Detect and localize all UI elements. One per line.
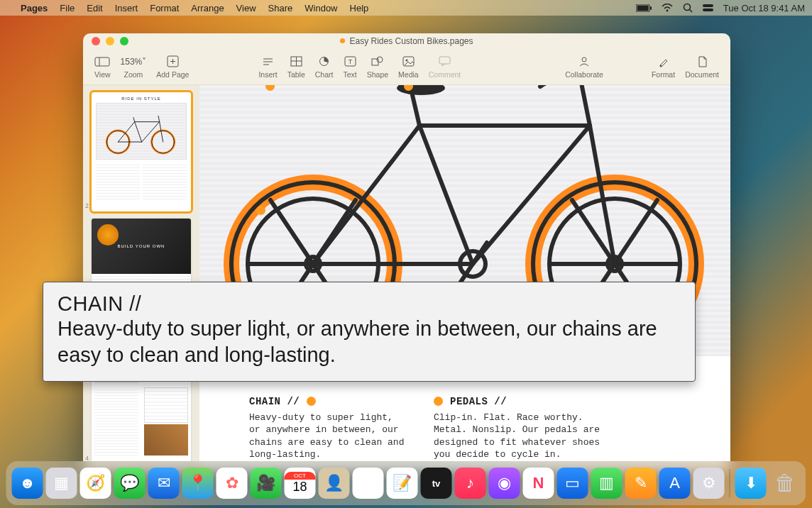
app-menu[interactable]: Pages: [21, 3, 48, 13]
dock-numbers[interactable]: ▥: [591, 468, 622, 499]
dock-reminders[interactable]: ☰: [353, 468, 384, 499]
menu-insert[interactable]: Insert: [115, 3, 138, 13]
dock-appstore[interactable]: A: [659, 468, 691, 499]
document-icon: [698, 55, 707, 68]
chart-button[interactable]: Chart: [315, 55, 334, 79]
comment-icon: [439, 55, 451, 68]
page-number: 2: [85, 202, 89, 209]
marker-icon: [434, 397, 443, 406]
svg-line-64: [419, 126, 473, 264]
menu-window[interactable]: Window: [304, 3, 337, 13]
chain-section[interactable]: CHAIN // Heavy-duty to super light, or a…: [249, 396, 409, 461]
battery-icon[interactable]: [636, 4, 652, 12]
svg-point-27: [582, 57, 586, 62]
dock-podcasts[interactable]: ◉: [489, 468, 520, 499]
svg-rect-2: [650, 6, 652, 10]
view-button[interactable]: View: [94, 55, 111, 79]
svg-text:T: T: [348, 58, 352, 65]
titlebar[interactable]: Easy Rides Custom Bikes.pages: [83, 33, 730, 49]
media-icon: [402, 55, 415, 68]
media-button[interactable]: Media: [398, 55, 419, 79]
svg-line-39: [158, 116, 160, 121]
menubar: Pages File Edit Insert Format Arrange Vi…: [0, 0, 812, 16]
brush-icon: [658, 55, 669, 68]
dock-pages[interactable]: ✎: [625, 468, 657, 499]
dock: ☻▦🧭💬✉📍✿🎥OCT18👤☰📝tv♪◉N▭▥✎A⚙⬇🗑: [6, 461, 806, 505]
dock-safari[interactable]: 🧭: [80, 468, 111, 499]
svg-point-4: [684, 4, 690, 11]
spotlight-icon[interactable]: [683, 3, 693, 13]
svg-line-47: [270, 200, 313, 264]
menu-edit[interactable]: Edit: [87, 3, 102, 13]
page-thumbnails[interactable]: RIDE IN STYLE 2: [83, 85, 199, 470]
wifi-icon[interactable]: [662, 4, 673, 12]
svg-point-23: [377, 57, 383, 62]
table-button[interactable]: Table: [287, 55, 305, 79]
insert-icon: [262, 55, 274, 68]
dock-mail[interactable]: ✉: [148, 468, 180, 499]
thumbnail-page-2[interactable]: RIDE IN STYLE 2: [92, 92, 191, 211]
hover-text-body: Heavy-duty to super light, or anywhere i…: [57, 316, 681, 368]
svg-line-40: [133, 118, 135, 122]
chain-heading: CHAIN //: [249, 396, 300, 407]
collaborate-button[interactable]: Collaborate: [565, 55, 603, 79]
thumb-header: RIDE IN STYLE: [92, 96, 191, 101]
svg-line-5: [689, 10, 692, 13]
pedals-heading: PEDALS //: [450, 396, 507, 407]
dock-keynote[interactable]: ▭: [557, 468, 588, 499]
dock-facetime[interactable]: 🎥: [251, 468, 282, 499]
control-center-icon[interactable]: [703, 4, 713, 12]
dock-downloads[interactable]: ⬇: [735, 468, 767, 499]
dock-finder[interactable]: ☻: [12, 468, 43, 499]
svg-line-66: [412, 95, 419, 126]
dock-maps[interactable]: 📍: [182, 468, 214, 499]
svg-line-65: [581, 85, 590, 126]
dock-photos[interactable]: ✿: [216, 468, 248, 499]
svg-rect-22: [372, 59, 378, 65]
add-page-button[interactable]: Add Page: [156, 55, 189, 79]
svg-rect-8: [95, 57, 109, 66]
dock-music[interactable]: ♪: [455, 468, 486, 499]
dock-news[interactable]: N: [523, 468, 554, 499]
dock-tv[interactable]: tv: [421, 468, 452, 499]
menu-file[interactable]: File: [60, 3, 75, 13]
dock-calendar[interactable]: OCT18: [285, 468, 316, 499]
text-button[interactable]: TText: [343, 55, 356, 79]
pedals-section[interactable]: PEDALS // Clip-in. Flat. Race worthy. Me…: [434, 396, 604, 461]
dock-separator: [730, 469, 730, 497]
plus-icon: [167, 55, 179, 68]
svg-line-59: [313, 126, 419, 264]
dock-messages[interactable]: 💬: [114, 468, 146, 499]
dock-notes[interactable]: 📝: [387, 468, 418, 499]
zoom-select[interactable]: 153% ˅Zoom: [121, 55, 147, 79]
comment-button[interactable]: Comment: [429, 55, 461, 79]
pedals-body: Clip-in. Flat. Race worthy. Metal. Nonsl…: [434, 412, 604, 461]
svg-point-3: [666, 10, 668, 12]
table-icon: [290, 55, 302, 68]
svg-point-25: [405, 60, 407, 62]
unsaved-dot-icon: [340, 38, 345, 43]
format-button[interactable]: Format: [652, 55, 675, 79]
svg-point-28: [660, 65, 662, 67]
toolbar: View 153% ˅Zoom Add Page Insert Table Ch…: [83, 49, 730, 84]
shape-button[interactable]: Shape: [367, 55, 388, 79]
svg-rect-26: [439, 57, 450, 64]
insert-button[interactable]: Insert: [258, 55, 277, 79]
chain-body: Heavy-duty to super light, or anywhere i…: [249, 412, 409, 461]
menu-format[interactable]: Format: [150, 3, 179, 13]
svg-rect-6: [703, 4, 713, 7]
menu-arrange[interactable]: Arrange: [191, 3, 224, 13]
dock-trash[interactable]: 🗑: [769, 468, 801, 499]
menubar-clock[interactable]: Tue Oct 18 9:41 AM: [723, 3, 805, 13]
dock-contacts[interactable]: 👤: [319, 468, 350, 499]
view-icon: [94, 55, 110, 68]
text-icon: T: [344, 55, 356, 68]
menu-help[interactable]: Help: [350, 3, 369, 13]
menu-share[interactable]: Share: [268, 3, 293, 13]
document-canvas[interactable]: CHAIN // Heavy-duty to super light, or a…: [199, 85, 730, 470]
dock-launchpad[interactable]: ▦: [46, 468, 77, 499]
document-button[interactable]: Document: [685, 55, 719, 79]
dock-settings[interactable]: ⚙: [693, 468, 725, 499]
svg-line-54: [615, 200, 657, 264]
menu-view[interactable]: View: [236, 3, 256, 13]
